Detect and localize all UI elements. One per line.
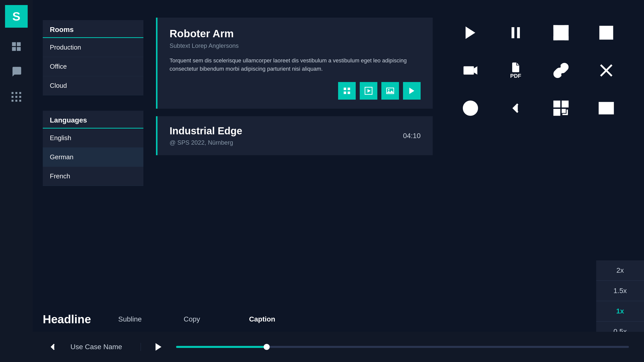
svg-rect-2 — [12, 47, 16, 51]
svg-rect-41 — [564, 103, 567, 105]
languages-header: Languages — [43, 111, 143, 129]
video-card-actions — [170, 82, 421, 100]
bottom-bar: Use Case Name — [0, 332, 644, 362]
svg-rect-11 — [15, 100, 17, 102]
sidebar-item-apps[interactable] — [5, 86, 28, 108]
svg-rect-5 — [15, 92, 17, 94]
svg-marker-50 — [155, 343, 161, 351]
svg-rect-6 — [19, 92, 21, 94]
sidebar: S — [0, 0, 33, 362]
svg-point-48 — [602, 105, 605, 107]
media-card-info: Industrial Edge @ SPS 2022, Nürnberg — [170, 125, 242, 146]
media-card: Industrial Edge @ SPS 2022, Nürnberg 04:… — [156, 116, 433, 155]
right-toolbar: PDF — [458, 20, 619, 121]
pause-toolbar-icon[interactable] — [503, 20, 528, 45]
lang-english[interactable]: English — [43, 129, 143, 148]
headline-caption: Caption — [249, 315, 314, 323]
svg-marker-25 — [466, 26, 475, 39]
play-action-btn[interactable] — [360, 82, 377, 100]
headline-bar: Headline Subline Copy Caption — [43, 307, 644, 332]
fit-toolbar-icon[interactable] — [548, 20, 574, 45]
video-card-description: Torquent sem dis scelerisque ullamcorper… — [170, 56, 421, 73]
svg-rect-3 — [17, 47, 21, 51]
play2-action-btn[interactable] — [403, 82, 421, 100]
back-toolbar-icon[interactable] — [503, 96, 528, 121]
svg-rect-44 — [562, 110, 565, 112]
sidebar-item-chat[interactable] — [5, 60, 28, 83]
grid-action-btn[interactable] — [338, 82, 356, 100]
pdf-label: PDF — [510, 73, 521, 79]
image-action-btn[interactable] — [381, 82, 399, 100]
svg-rect-18 — [344, 92, 346, 94]
svg-rect-16 — [344, 88, 346, 90]
svg-point-23 — [388, 89, 390, 91]
media-card-subtitle: @ SPS 2022, Nürnberg — [170, 139, 242, 146]
svg-rect-43 — [555, 111, 558, 114]
svg-rect-31 — [464, 66, 474, 75]
globe-toolbar-icon[interactable] — [458, 96, 483, 121]
progress-bar-fill — [176, 346, 267, 348]
svg-rect-17 — [348, 88, 350, 90]
qr-toolbar-icon[interactable] — [548, 96, 574, 121]
play-toolbar-icon[interactable] — [458, 20, 483, 45]
svg-rect-19 — [348, 92, 350, 94]
progress-bar[interactable] — [176, 346, 629, 348]
bottom-play-btn[interactable] — [151, 339, 166, 354]
languages-panel: Languages English German French — [43, 111, 143, 186]
svg-rect-28 — [554, 26, 568, 40]
sidebar-item-rooms[interactable] — [5, 35, 28, 58]
video-card-subtitle: Subtext Lorep Anglersons — [170, 42, 421, 49]
close-toolbar-icon[interactable] — [594, 58, 619, 83]
svg-rect-39 — [555, 103, 558, 105]
svg-rect-4 — [12, 92, 14, 94]
svg-rect-1 — [17, 42, 21, 46]
headline-copy: Copy — [184, 315, 249, 323]
rooms-panel: Rooms Production Office Cloud — [43, 20, 143, 95]
pdf-toolbar-icon[interactable]: PDF — [503, 58, 528, 83]
lang-french[interactable]: French — [43, 167, 143, 186]
bottom-title: Use Case Name — [70, 343, 141, 351]
svg-rect-7 — [12, 96, 14, 98]
svg-rect-8 — [15, 96, 17, 98]
svg-marker-21 — [368, 89, 371, 93]
svg-marker-24 — [409, 88, 414, 94]
media-card-title: Industrial Edge — [170, 125, 242, 137]
svg-rect-26 — [512, 27, 514, 38]
gallery-toolbar-icon[interactable] — [594, 96, 619, 121]
svg-rect-9 — [19, 96, 21, 98]
video-toolbar-icon[interactable] — [458, 58, 483, 83]
headline-title: Headline — [43, 312, 118, 326]
svg-rect-46 — [562, 114, 567, 115]
speed-1-5x[interactable]: 1.5x — [596, 281, 644, 301]
svg-rect-0 — [12, 42, 16, 46]
speed-1x-active[interactable]: 1x — [596, 301, 644, 321]
media-card-duration: 04:10 — [403, 132, 421, 140]
svg-marker-32 — [474, 66, 477, 75]
svg-rect-10 — [12, 100, 14, 102]
video-card-title: Roboter Arm — [170, 28, 421, 40]
link-toolbar-icon[interactable] — [548, 58, 574, 83]
svg-rect-12 — [19, 100, 21, 102]
flag-toolbar-icon[interactable] — [594, 20, 619, 45]
room-cloud[interactable]: Cloud — [43, 76, 143, 95]
sidebar-logo[interactable]: S — [5, 5, 28, 28]
room-production[interactable]: Production — [43, 38, 143, 57]
speed-2x[interactable]: 2x — [596, 260, 644, 281]
bottom-back-btn[interactable] — [43, 337, 63, 357]
rooms-header: Rooms — [43, 20, 143, 38]
lang-german[interactable]: German — [43, 148, 143, 167]
room-office[interactable]: Office — [43, 57, 143, 76]
content-area: Roboter Arm Subtext Lorep Anglersons Tor… — [156, 18, 433, 155]
svg-rect-45 — [567, 110, 568, 115]
progress-bar-thumb[interactable] — [264, 344, 270, 350]
svg-rect-27 — [517, 27, 520, 38]
video-card: Roboter Arm Subtext Lorep Anglersons Tor… — [156, 18, 433, 109]
headline-subline: Subline — [118, 315, 184, 323]
